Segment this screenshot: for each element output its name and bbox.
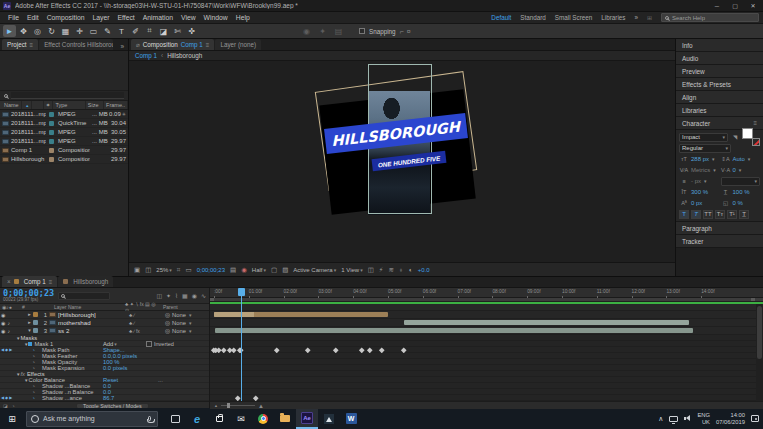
menu-animation[interactable]: Animation: [139, 14, 177, 21]
color-label[interactable]: [49, 130, 54, 135]
keyframe-icon[interactable]: [275, 347, 280, 352]
menu-window[interactable]: Window: [200, 14, 232, 21]
shape-tool[interactable]: ▭: [87, 25, 100, 37]
parent-select[interactable]: ◎None▾: [165, 320, 209, 326]
type-tool[interactable]: T: [115, 25, 128, 37]
view-layout-select[interactable]: 1 View▾: [341, 267, 362, 273]
minimize-button[interactable]: ─: [710, 3, 724, 9]
timeline-tab-comp1[interactable]: × Comp 1 ≡: [2, 276, 57, 287]
timeline-search-input[interactable]: [58, 292, 110, 300]
keyframe-icon[interactable]: [401, 347, 406, 352]
draft-3d-icon[interactable]: ✦: [166, 292, 171, 299]
show-channel-icon[interactable]: ◉: [241, 266, 247, 274]
pickwhip-icon[interactable]: ◎: [165, 312, 170, 318]
tray-expand-icon[interactable]: ∧: [658, 415, 663, 423]
lock-icon[interactable]: ⌀: [136, 41, 140, 48]
composition-mini-flowchart-icon[interactable]: ◫: [156, 292, 162, 299]
vertical-scale-value[interactable]: 300 %: [691, 189, 708, 195]
panel-header-info[interactable]: Info: [676, 39, 763, 52]
transparency-grid-icon[interactable]: ▨: [282, 266, 288, 274]
menu-effect[interactable]: Effect: [113, 14, 138, 21]
checkbox[interactable]: [146, 341, 152, 347]
workspace-small-screen[interactable]: Small Screen: [555, 14, 592, 21]
region-of-interest-icon[interactable]: ▢: [271, 266, 277, 274]
keyframe-icon[interactable]: [360, 347, 365, 352]
tab-effect-controls[interactable]: Effect Controls Hillsborough: [39, 39, 113, 50]
layer-color-swatch[interactable]: [33, 328, 38, 333]
inverted-checkbox[interactable]: Inverted: [146, 341, 174, 347]
layer-switches[interactable]: ♣ ∕: [129, 312, 165, 318]
menu-edit[interactable]: Edit: [23, 14, 43, 21]
workspace-standard[interactable]: Standard: [520, 14, 546, 21]
resolution-select[interactable]: Half▾: [252, 267, 266, 273]
zoom-tool[interactable]: ◎: [31, 25, 44, 37]
layer-switches[interactable]: ♣ ∕ fx: [129, 328, 165, 334]
keyframe-icon[interactable]: [379, 347, 384, 352]
close-button[interactable]: ✕: [746, 2, 760, 9]
tab-composition[interactable]: ⌀ Composition Comp 1 ≡: [131, 39, 214, 50]
property-row[interactable]: ◀◆▶◔Shadow ...ance86.7: [0, 395, 209, 401]
zoom-in-mountain-icon[interactable]: ▲: [258, 403, 264, 409]
edge-taskbar-button[interactable]: e: [186, 408, 208, 429]
keyframe-icon[interactable]: [367, 347, 372, 352]
maximize-button[interactable]: ▢: [728, 2, 742, 9]
color-label[interactable]: [49, 148, 54, 153]
keyframe-icon[interactable]: [236, 395, 241, 400]
menu-layer[interactable]: Layer: [88, 14, 113, 21]
horizontal-scale-value[interactable]: 100 %: [733, 189, 750, 195]
stroke-color-swatch[interactable]: [752, 138, 760, 146]
timeline-button-icon[interactable]: ≋: [388, 266, 393, 274]
layer-switches[interactable]: ♣ ∕: [129, 320, 165, 326]
chrome-taskbar-button[interactable]: [252, 408, 274, 429]
exposure-reset-icon[interactable]: ◐: [409, 266, 413, 273]
workspace-default[interactable]: Default: [491, 14, 511, 21]
stroke-style-select[interactable]: ▾: [721, 177, 761, 186]
audio-icon[interactable]: ♪: [7, 328, 10, 334]
navigator-current-comp[interactable]: Comp 1: [135, 52, 157, 59]
layer-name[interactable]: [Hillsborough]: [58, 311, 129, 318]
snapping-checkbox[interactable]: [359, 28, 365, 34]
action-center-icon[interactable]: [751, 415, 759, 422]
pixel-aspect-icon[interactable]: ◫: [368, 266, 374, 274]
property-value[interactable]: 86.7: [103, 395, 114, 401]
panel-header-align[interactable]: Align: [676, 91, 763, 104]
project-row[interactable]: 2018111...mp4MPEG... MB30.05: [0, 128, 128, 137]
fast-previews-icon[interactable]: ⚡: [379, 266, 384, 274]
motion-blur-icon[interactable]: ◉: [192, 292, 197, 299]
eraser-tool[interactable]: ◪: [157, 25, 170, 37]
stroke-width-value[interactable]: - px: [691, 178, 701, 184]
tracking-value[interactable]: 0: [733, 167, 736, 173]
volume-icon[interactable]: [684, 415, 691, 422]
snapping-option-icon[interactable]: ¤: [407, 28, 411, 35]
tab-overflow[interactable]: »: [120, 43, 126, 50]
project-row[interactable]: 2018111...mp4QuickTime... MB30.04: [0, 119, 128, 128]
property-value[interactable]: 0.0 pixels: [103, 365, 128, 371]
panel-header-audio[interactable]: Audio: [676, 52, 763, 65]
mask-color-swatch[interactable]: [28, 342, 32, 346]
task-view-taskbar-button[interactable]: [164, 408, 186, 429]
network-icon[interactable]: [669, 416, 678, 422]
project-row[interactable]: HillsboroughComposition29.97: [0, 155, 128, 164]
camera-select[interactable]: Active Camera▾: [293, 267, 336, 273]
twirl-icon[interactable]: ►: [26, 320, 33, 325]
graph-editor-icon[interactable]: ∿: [201, 292, 206, 299]
clone-stamp-tool[interactable]: ⌗: [143, 25, 156, 37]
layer-duration-row[interactable]: [210, 327, 763, 335]
eyedropper-icon[interactable]: ◥: [730, 134, 740, 140]
zoom-out-mountain-icon[interactable]: ▲: [214, 403, 218, 408]
cortana-search-box[interactable]: Ask me anything: [26, 411, 158, 427]
photos-taskbar-button[interactable]: [318, 408, 340, 429]
hand-tool[interactable]: ✥: [17, 25, 30, 37]
composition-viewport[interactable]: HILLSBOROUGH ONE HUNDRED FIVE: [129, 61, 675, 262]
color-label[interactable]: [49, 139, 54, 144]
font-size-value[interactable]: 288 px: [691, 156, 709, 162]
unified-camera-tool[interactable]: ▦: [59, 25, 72, 37]
eye-icon[interactable]: ◉: [1, 320, 5, 326]
parent-select[interactable]: ◎None▾: [165, 312, 209, 318]
always-preview-icon[interactable]: ▣: [134, 266, 140, 274]
font-style-select[interactable]: Regular▾: [679, 144, 731, 153]
puppet-pin-tool[interactable]: ✜: [185, 25, 198, 37]
keyframe-icon[interactable]: [333, 347, 338, 352]
tab-project[interactable]: Project≡: [2, 39, 38, 50]
menu-composition[interactable]: Composition: [43, 14, 89, 21]
